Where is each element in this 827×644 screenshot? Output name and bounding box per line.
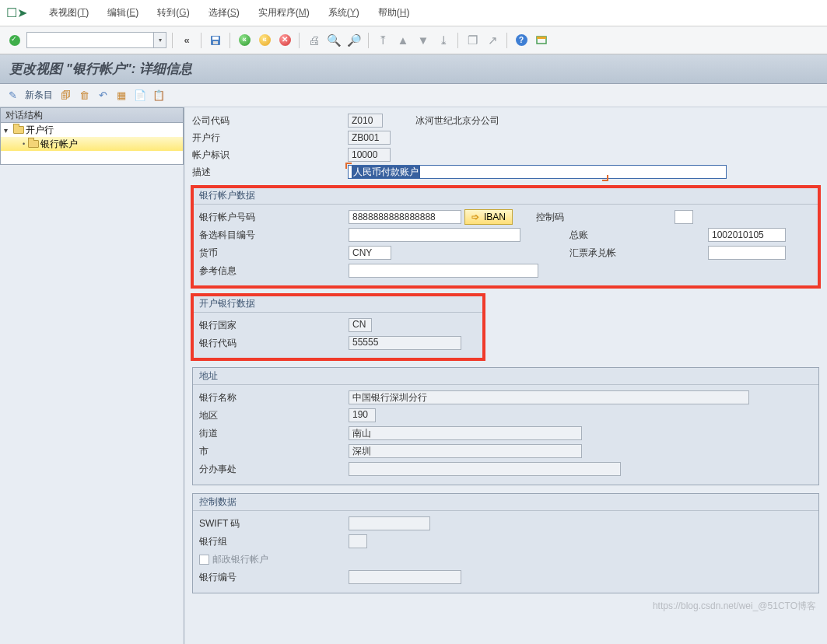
tree-collapse-icon[interactable]: ▾ (4, 126, 12, 135)
copy-button[interactable]: 🗐 (59, 89, 72, 102)
group-title: 开户银行数据 (193, 296, 483, 313)
label-bank-name: 银行名称 (199, 391, 349, 404)
svg-rect-2 (213, 41, 218, 44)
new-session-button[interactable]: ❐ (464, 32, 481, 49)
label-region: 地区 (199, 409, 349, 422)
input-currency[interactable] (349, 246, 391, 260)
back-button[interactable]: « (178, 32, 195, 49)
separator (172, 33, 173, 48)
cursor-bracket-icon (602, 175, 608, 181)
input-control-key[interactable] (675, 210, 693, 224)
input-account-no[interactable] (349, 210, 461, 224)
last-page-button[interactable]: ⤓ (435, 32, 452, 49)
separator (201, 33, 201, 48)
menu-select[interactable]: 选择(S) (209, 6, 240, 19)
menu-help[interactable]: 帮助(H) (378, 6, 410, 19)
tree-node-bankaccount[interactable]: • 银行帐户 (1, 137, 183, 151)
value-company-code: Z010 (348, 114, 383, 128)
label-reference: 参考信息 (199, 264, 349, 278)
separator (299, 33, 300, 48)
tree-body: ▾ 开户行 • 银行帐户 (0, 123, 184, 165)
find-next-button[interactable]: 🔎 (345, 32, 363, 49)
app-toolbar: ✎ 新条目 🗐 🗑 ↶ ▦ 📄 📋 (0, 84, 827, 107)
menu-edit[interactable]: 编辑(E) (107, 6, 138, 19)
system-toolbar: ▾ « « « ✕ 🖨 🔍 🔎 ⤒ ▲ ▼ ⤓ ❐ ↗ ? (0, 26, 827, 54)
label-alt-account: 备选科目编号 (199, 229, 349, 242)
menu-goto[interactable]: 转到(G) (157, 6, 189, 19)
group-title: 地址 (193, 368, 818, 385)
value-swift (349, 516, 430, 530)
value-account-id: 10000 (348, 148, 391, 162)
label-control-key: 控制码 (536, 211, 604, 224)
cursor-bracket-icon (345, 163, 352, 169)
menu-system[interactable]: 系统(Y) (328, 6, 359, 19)
label-discount: 汇票承兑帐 (569, 247, 638, 260)
menu-enter-icon[interactable]: ☐➤ (6, 5, 27, 20)
separator (230, 33, 230, 48)
group-control-data: 控制数据 SWIFT 码 银行组 邮政银行帐户 银行编号 (192, 493, 819, 593)
next-page-button[interactable]: ▼ (415, 32, 432, 49)
group-house-bank-data: 开户银行数据 银行国家 CN 银行代码 55555 (192, 295, 484, 359)
input-alt-account[interactable] (349, 228, 520, 242)
label-street: 街道 (199, 427, 349, 440)
delete-button[interactable]: 🗑 (78, 89, 90, 102)
command-field[interactable]: ▾ (26, 32, 166, 48)
menu-util[interactable]: 实用程序(M) (258, 6, 310, 19)
svg-rect-4 (537, 37, 546, 39)
local-layout-button[interactable] (533, 32, 550, 49)
select-all-button[interactable]: ▦ (115, 89, 128, 102)
main-area: 对话结构 ▾ 开户行 • 银行帐户 公司代码 Z010 冰河世纪北京分公司 开户… (0, 107, 827, 644)
value-bank-number (349, 570, 461, 584)
undo-button[interactable]: ↶ (96, 89, 109, 102)
ok-button[interactable] (6, 32, 23, 49)
input-discount[interactable] (708, 246, 786, 260)
label-city: 市 (199, 445, 349, 458)
tree-node-housebank[interactable]: ▾ 开户行 (1, 123, 183, 137)
input-reference[interactable] (349, 264, 538, 278)
log-button[interactable]: 📄 (134, 89, 146, 102)
folder-icon (28, 140, 39, 148)
cancel-button[interactable]: ✕ (276, 32, 293, 49)
input-gl-account[interactable] (708, 228, 786, 242)
header-fields: 公司代码 Z010 冰河世纪北京分公司 开户行 ZB001 帐户标识 10000… (192, 112, 819, 180)
label-swift: SWIFT 码 (199, 517, 349, 530)
exit-button[interactable]: « (256, 32, 273, 49)
group-address: 地址 银行名称 中国银行深圳分行 地区 190 街道 南山 市 深圳 (192, 367, 819, 485)
group-bank-account-data: 银行帐户数据 银行帐户号码 ➩IBAN 控制码 备选科目编号 总账 货币 (192, 187, 819, 287)
label-bank-number: 银行编号 (199, 571, 349, 584)
tree-node-label: 银行帐户 (40, 138, 78, 151)
iban-button[interactable]: ➩IBAN (464, 209, 513, 225)
value-street: 南山 (349, 426, 582, 440)
separator (457, 33, 458, 48)
value-bank-group (349, 534, 367, 548)
menu-tableview[interactable]: 表视图(T) (49, 6, 89, 19)
help-button[interactable]: ? (513, 32, 530, 49)
new-entry-button[interactable]: 新条目 (25, 89, 53, 102)
label-account-no: 银行帐户号码 (199, 211, 349, 224)
back-green-button[interactable]: « (236, 32, 253, 49)
print-button[interactable]: 🖨 (305, 32, 322, 49)
tree-header: 对话结构 (0, 107, 184, 123)
separator (368, 33, 369, 48)
checkbox-post-bank (199, 555, 209, 565)
value-bank-name: 中国银行深圳分行 (349, 390, 749, 404)
group-title: 控制数据 (193, 494, 818, 511)
prev-page-button[interactable]: ▲ (394, 32, 412, 49)
input-description[interactable]: 人民币付款账户 (348, 165, 727, 179)
group-title: 银行帐户数据 (193, 187, 818, 205)
label-description: 描述 (192, 166, 348, 179)
find-button[interactable]: 🔍 (325, 32, 342, 49)
text-company-name: 冰河世纪北京分公司 (415, 114, 499, 128)
content-area: 公司代码 Z010 冰河世纪北京分公司 开户行 ZB001 帐户标识 10000… (184, 107, 827, 644)
value-bank-key: 55555 (349, 336, 461, 350)
label-bank-key: 银行代码 (199, 337, 349, 350)
shortcut-button[interactable]: ↗ (484, 32, 501, 49)
first-page-button[interactable]: ⤒ (374, 32, 391, 49)
tree-node-label: 开户行 (26, 124, 54, 137)
tree-panel: 对话结构 ▾ 开户行 • 银行帐户 (0, 107, 184, 644)
save-button[interactable] (207, 32, 224, 49)
transport-button[interactable]: 📋 (152, 89, 165, 102)
change-display-toggle[interactable]: ✎ (6, 89, 19, 102)
menubar: ☐➤ 表视图(T) 编辑(E) 转到(G) 选择(S) 实用程序(M) 系统(Y… (0, 0, 827, 26)
value-region: 190 (349, 408, 376, 422)
